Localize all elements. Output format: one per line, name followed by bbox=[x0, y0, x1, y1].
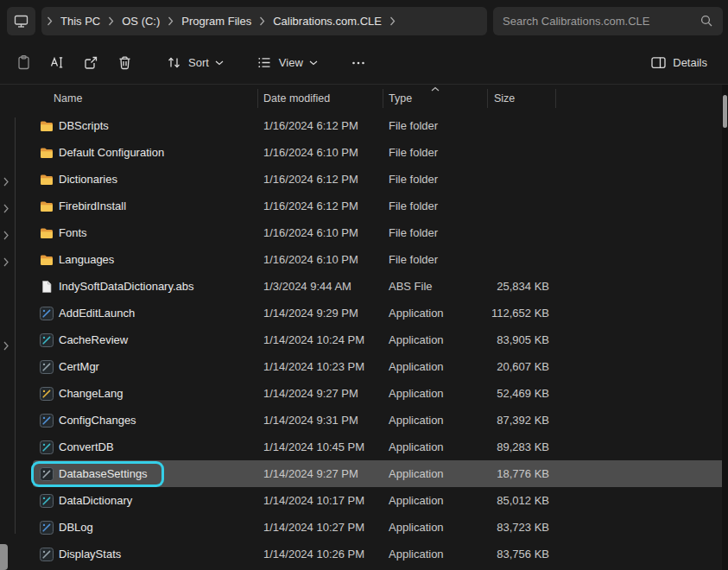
file-name: Languages bbox=[59, 253, 114, 266]
file-size: 18,776 KB bbox=[488, 467, 556, 480]
file-row[interactable]: Dictionaries 1/16/2024 6:12 PM File fold… bbox=[33, 166, 728, 193]
tree-expand-chevron-icon[interactable] bbox=[3, 231, 9, 240]
address-bar: This PC OS (C:) Program Files Calibratio… bbox=[0, 0, 728, 41]
view-button[interactable]: View bbox=[248, 48, 326, 79]
column-header-type[interactable]: Type bbox=[383, 89, 488, 108]
file-row[interactable]: DisplayStats 1/14/2024 10:26 PM Applicat… bbox=[33, 541, 728, 567]
file-date-modified: 1/16/2024 6:12 PM bbox=[258, 173, 383, 186]
search-input[interactable]: Search Calibrations.com.CLE bbox=[493, 7, 723, 35]
tree-expand-chevron-icon[interactable] bbox=[3, 204, 9, 213]
file-name-cell: ConfigChanges bbox=[33, 410, 258, 431]
file-date-modified: 1/16/2024 6:10 PM bbox=[258, 253, 383, 266]
file-date-modified: 1/16/2024 6:10 PM bbox=[258, 226, 383, 239]
breadcrumb-item[interactable]: OS (C:) bbox=[116, 10, 166, 32]
nav-pane-divider bbox=[15, 117, 16, 534]
file-type-icon bbox=[40, 387, 54, 401]
details-pane-button[interactable]: Details bbox=[642, 48, 716, 79]
file-type: ABS File bbox=[383, 280, 488, 293]
file-name-box: FirebirdInstall bbox=[34, 196, 140, 217]
chevron-right-icon[interactable] bbox=[45, 16, 54, 26]
chevron-down-icon bbox=[309, 60, 318, 66]
file-name: Fonts bbox=[59, 226, 87, 239]
file-row[interactable]: FirebirdInstall 1/16/2024 6:12 PM File f… bbox=[33, 193, 728, 219]
file-row[interactable]: DataDictionary 1/14/2024 10:17 PM Applic… bbox=[33, 487, 728, 514]
file-name-box: DBLog bbox=[34, 517, 107, 538]
column-header-size[interactable]: Size bbox=[488, 89, 556, 108]
nav-pane-scrollbar-thumb[interactable] bbox=[0, 544, 8, 570]
file-row[interactable]: CertMgr 1/14/2024 10:23 PM Application 2… bbox=[33, 353, 728, 380]
file-size: 83,905 KB bbox=[488, 333, 556, 346]
file-row[interactable]: CacheReview 1/14/2024 10:24 PM Applicati… bbox=[33, 326, 728, 353]
chevron-right-icon[interactable] bbox=[106, 16, 116, 26]
file-date-modified: 1/14/2024 9:29 PM bbox=[258, 307, 383, 320]
tree-expand-chevron-icon[interactable] bbox=[3, 177, 9, 187]
view-label: View bbox=[279, 56, 303, 69]
more-options-button[interactable] bbox=[342, 48, 375, 79]
file-row[interactable]: ConfigChanges 1/14/2024 9:31 PM Applicat… bbox=[33, 407, 728, 434]
file-row[interactable]: DBLog 1/14/2024 10:27 PM Application 83,… bbox=[33, 514, 728, 541]
file-type-icon bbox=[40, 226, 54, 240]
file-row[interactable]: Fonts 1/16/2024 6:10 PM File folder bbox=[33, 219, 728, 246]
tree-expand-chevron-icon[interactable] bbox=[3, 257, 9, 267]
file-size: 20,607 KB bbox=[488, 360, 556, 373]
share-icon bbox=[83, 54, 99, 71]
file-date-modified: 1/3/2024 9:44 AM bbox=[258, 280, 383, 293]
file-name: DisplayStats bbox=[59, 548, 121, 560]
delete-button[interactable] bbox=[108, 48, 142, 79]
file-name-cell: Dictionaries bbox=[33, 169, 258, 190]
file-row[interactable]: IndySoftDataDictionary.abs 1/3/2024 9:44… bbox=[33, 273, 728, 300]
file-row[interactable]: ChangeLang 1/14/2024 9:27 PM Application… bbox=[33, 380, 728, 407]
file-name-cell: ConvertDB bbox=[33, 437, 258, 458]
breadcrumb-item[interactable]: Program Files bbox=[175, 10, 257, 32]
column-header-name[interactable]: Name bbox=[33, 89, 258, 108]
share-button[interactable] bbox=[74, 48, 108, 79]
file-name: ConfigChanges bbox=[59, 414, 136, 427]
file-type: Application bbox=[383, 414, 488, 427]
file-row[interactable]: ConvertDB 1/14/2024 10:45 PM Application… bbox=[33, 434, 728, 460]
file-row[interactable]: DatabaseSettings 1/14/2024 9:27 PM Appli… bbox=[33, 460, 728, 487]
file-date-modified: 1/16/2024 6:12 PM bbox=[258, 200, 383, 212]
chevron-down-icon bbox=[215, 60, 224, 66]
file-type-icon bbox=[40, 146, 54, 160]
details-icon bbox=[650, 54, 667, 71]
file-row[interactable]: DBScripts 1/16/2024 6:12 PM File folder bbox=[33, 112, 728, 139]
location-button[interactable] bbox=[7, 7, 35, 35]
file-date-modified: 1/14/2024 9:31 PM bbox=[258, 414, 383, 427]
file-type-icon bbox=[40, 307, 54, 320]
file-name-cell: FirebirdInstall bbox=[33, 196, 258, 217]
breadcrumb-item[interactable]: This PC bbox=[54, 10, 106, 32]
file-date-modified: 1/16/2024 6:12 PM bbox=[258, 119, 383, 132]
column-header-date-modified[interactable]: Date modified bbox=[258, 89, 383, 108]
file-name: IndySoftDataDictionary.abs bbox=[59, 280, 194, 293]
rename-button[interactable] bbox=[41, 48, 74, 79]
details-label: Details bbox=[673, 56, 707, 69]
breadcrumb: This PC OS (C:) Program Files Calibratio… bbox=[41, 7, 487, 35]
file-date-modified: 1/14/2024 10:23 PM bbox=[258, 360, 383, 373]
file-name-cell: Languages bbox=[33, 250, 258, 270]
file-type-icon bbox=[40, 280, 54, 294]
scrollbar-thumb[interactable] bbox=[723, 95, 727, 128]
file-row[interactable]: Default Configuration 1/16/2024 6:10 PM … bbox=[33, 139, 728, 166]
file-date-modified: 1/14/2024 9:27 PM bbox=[258, 467, 383, 480]
chevron-right-icon[interactable] bbox=[166, 16, 175, 26]
file-type: File folder bbox=[383, 200, 488, 212]
tree-expand-chevron-icon[interactable] bbox=[3, 341, 9, 351]
paste-button[interactable] bbox=[7, 48, 41, 79]
this-pc-icon bbox=[13, 13, 29, 29]
file-row[interactable]: Languages 1/16/2024 6:10 PM File folder bbox=[33, 246, 728, 273]
breadcrumb-item[interactable]: Calibrations.com.CLE bbox=[267, 10, 388, 32]
file-name-cell: DBLog bbox=[33, 517, 258, 538]
file-name: CacheReview bbox=[59, 333, 128, 346]
file-name-cell: DisplayStats bbox=[33, 544, 258, 565]
vertical-scrollbar[interactable] bbox=[722, 85, 728, 570]
search-icon bbox=[700, 14, 713, 28]
sort-button[interactable]: Sort bbox=[157, 48, 232, 79]
file-row[interactable]: AddEditLaunch 1/14/2024 9:29 PM Applicat… bbox=[33, 300, 728, 326]
chevron-right-icon[interactable] bbox=[388, 16, 397, 26]
navigation-pane-collapsed bbox=[0, 85, 33, 570]
file-type: Application bbox=[383, 521, 488, 534]
file-name-cell: DatabaseSettings bbox=[33, 464, 258, 484]
toolbar: Sort View Details bbox=[0, 41, 728, 85]
chevron-right-icon[interactable] bbox=[257, 16, 267, 26]
file-name: ChangeLang bbox=[59, 387, 123, 400]
